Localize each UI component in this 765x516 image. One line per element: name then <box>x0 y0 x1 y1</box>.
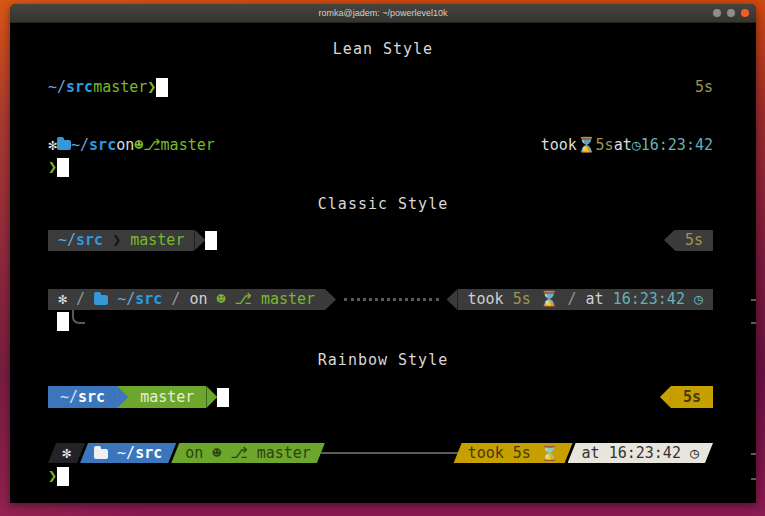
powerline-arrow-icon <box>117 386 128 408</box>
segment-separator-icon: ❯ <box>112 231 121 249</box>
git-branch: master <box>261 290 315 308</box>
duration-segment: took 5s ⌛ <box>454 443 573 463</box>
folder-icon <box>94 449 108 459</box>
on-label: on <box>116 135 134 156</box>
cmd-duration: 5s <box>513 290 531 308</box>
text-cursor <box>156 78 168 97</box>
github-icon: ☻ <box>212 444 221 462</box>
prompt-chevron: ❯ <box>147 77 156 98</box>
powerline-segment: took 5s ⌛ / at 16:23:42 ◷ <box>458 289 713 310</box>
took-label: took <box>468 444 504 462</box>
git-segment: on ☻ ⎇ master <box>171 443 325 463</box>
branch-icon: ⎇ <box>230 444 247 462</box>
at-label: at <box>614 135 632 156</box>
branch-icon: ⎇ <box>143 135 160 156</box>
os-icon: ✻ <box>58 290 67 308</box>
powerline-segment: ~/src ❯ master <box>48 230 194 251</box>
text-cursor <box>217 388 229 407</box>
clock-icon: ◷ <box>632 135 641 156</box>
github-icon: ☻ <box>134 135 143 156</box>
timestamp: 16:23:42 <box>613 290 685 308</box>
branch-icon: ⎇ <box>235 290 252 308</box>
on-label: on <box>185 444 203 462</box>
current-dir: src <box>66 77 93 98</box>
git-branch: master <box>257 444 311 462</box>
classic-prompt-short: ~/src ❯ master 5s <box>48 229 713 251</box>
duration-segment: 5s <box>671 386 713 408</box>
took-label: took <box>541 135 577 156</box>
os-icon: ✻ <box>48 135 57 156</box>
folder-icon <box>94 295 108 305</box>
git-branch: master <box>93 77 147 98</box>
lean-prompt-short: ~/src master ❯ 5s <box>48 76 713 98</box>
rainbow-prompt-full-line1: ✻ ~/srcon ☻ ⎇ mastertook 5s ⌛at 16:23:42… <box>48 443 713 463</box>
titlebar[interactable]: romka@jadem: ~/powerlevel10k <box>10 4 756 23</box>
classic-prompt-full-line1: ✻ / ~/src / on ☻ ⎇ mastertook 5s ⌛ / at … <box>48 289 713 310</box>
on-label: on <box>189 290 207 308</box>
clock-icon: ◷ <box>694 290 703 308</box>
window-controls <box>713 9 749 17</box>
github-icon: ☻ <box>217 290 226 308</box>
close-button[interactable] <box>741 9 749 17</box>
hourglass-icon: ⌛ <box>540 290 559 308</box>
cmd-duration: 5s <box>513 444 531 462</box>
git-branch: master <box>130 231 184 249</box>
timestamp: 16:23:42 <box>609 444 681 462</box>
desktop: romka@jadem: ~/powerlevel10k Lean Style … <box>0 0 765 516</box>
timestamp: 16:23:42 <box>641 135 713 156</box>
dir-prefix: ~/ <box>48 77 66 98</box>
dir-prefix: ~/ <box>71 135 89 156</box>
text-cursor <box>57 312 69 331</box>
powerline-arrow-icon <box>664 230 675 251</box>
at-label: at <box>582 444 600 462</box>
prompt-frame-right <box>751 299 756 324</box>
at-label: at <box>586 290 604 308</box>
minimize-button[interactable] <box>713 9 721 17</box>
terminal-window: romka@jadem: ~/powerlevel10k Lean Style … <box>10 4 756 503</box>
rainbow-prompt-full-line2: ❯ <box>48 465 713 487</box>
os-icon: ✻ <box>62 444 71 462</box>
prompt-chevron: ❯ <box>48 466 57 487</box>
prompt-chevron: ❯ <box>48 157 57 178</box>
branch-segment: master <box>128 386 206 408</box>
rainbow-prompt-short: ~/srcmaster 5s <box>48 386 713 408</box>
folder-icon <box>57 140 71 150</box>
terminal-screen[interactable]: Lean Style ~/src master ❯ 5s ✻ ~/src on … <box>10 23 756 503</box>
powerline-arrow-icon <box>660 386 671 408</box>
section-heading-lean: Lean Style <box>10 39 756 60</box>
section-heading-rainbow: Rainbow Style <box>10 350 756 371</box>
clock-icon: ◷ <box>690 444 699 462</box>
text-cursor <box>57 467 69 486</box>
os-segment: ✻ <box>48 443 85 463</box>
powerline-arrow-icon <box>206 386 217 408</box>
dir-segment: ~/src <box>48 386 117 408</box>
hourglass-icon: ⌛ <box>577 135 596 156</box>
git-branch: master <box>161 135 215 156</box>
hourglass-icon: ⌛ <box>540 444 559 462</box>
powerline-arrow-icon <box>325 289 336 310</box>
duration-segment: 5s <box>675 230 713 251</box>
text-cursor <box>57 158 69 177</box>
powerline-segment: ✻ / ~/src / on ☻ ⎇ master <box>48 289 325 310</box>
powerline-arrow-icon <box>194 230 205 251</box>
took-label: took <box>468 290 504 308</box>
prompt-frame-right <box>751 453 756 480</box>
lean-prompt-full-line1: ✻ ~/src on ☻ ⎇ master took ⌛ 5s at ◷ 16:… <box>48 134 713 156</box>
powerline-arrow-icon <box>447 289 458 310</box>
section-heading-classic: Classic Style <box>10 194 756 215</box>
connector-dots <box>344 298 438 301</box>
lean-prompt-full-line2: ❯ <box>48 156 713 178</box>
maximize-button[interactable] <box>727 9 735 17</box>
cmd-duration: 5s <box>695 77 713 98</box>
text-cursor <box>205 231 217 250</box>
time-segment: at 16:23:42 ◷ <box>568 443 713 463</box>
classic-prompt-full-line2 <box>48 310 713 332</box>
window-title: romka@jadem: ~/powerlevel10k <box>319 8 448 18</box>
connector-line <box>321 452 463 454</box>
current-dir: src <box>89 135 116 156</box>
cmd-duration: 5s <box>596 135 614 156</box>
dir-segment: ~/src <box>80 443 176 463</box>
